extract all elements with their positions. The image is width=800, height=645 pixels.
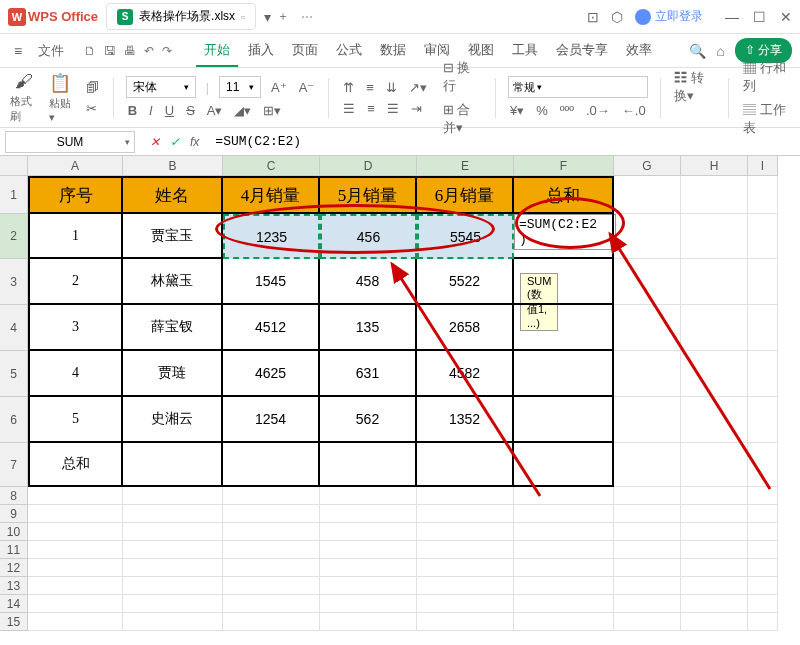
row-header-1[interactable]: 1 [0,176,28,214]
new-icon[interactable]: 🗋 [84,44,96,58]
cell-C8[interactable] [223,487,320,505]
cell-B9[interactable] [123,505,223,523]
cell-E11[interactable] [417,541,514,559]
cell-C10[interactable] [223,523,320,541]
cell-G7[interactable] [614,443,681,487]
cell-G15[interactable] [614,613,681,631]
cell-D4[interactable]: 135 [320,305,417,351]
dec-decimal-icon[interactable]: ←.0 [620,102,648,119]
file-menu[interactable]: 文件 [32,38,70,64]
cell-H6[interactable] [681,397,748,443]
cell-E13[interactable] [417,577,514,595]
cell-A3[interactable]: 2 [28,259,123,305]
col-header-G[interactable]: G [614,156,681,176]
number-format-select[interactable]: 常规 ▾ [508,76,648,98]
cell-B4[interactable]: 薛宝钗 [123,305,223,351]
col-header-I[interactable]: I [748,156,778,176]
row-header-8[interactable]: 8 [0,487,28,505]
border-button[interactable]: ⊞▾ [261,102,283,119]
convert-button[interactable]: ☷ 转换▾ [672,68,716,106]
name-box[interactable]: SUM▾ [5,131,135,153]
cell-A10[interactable] [28,523,123,541]
cell-A11[interactable] [28,541,123,559]
orientation-icon[interactable]: ↗▾ [407,79,429,96]
undo-icon[interactable]: ↶ [144,44,154,58]
cloud-icon[interactable]: ⌂ [716,43,724,59]
cell-H3[interactable] [681,259,748,305]
cell-F8[interactable] [514,487,614,505]
cell-D14[interactable] [320,595,417,613]
cell-G4[interactable] [614,305,681,351]
cell-G11[interactable] [614,541,681,559]
tab-overflow-button[interactable]: ⋯ [295,5,319,29]
cut-icon[interactable]: ✂ [84,100,101,117]
row-header-4[interactable]: 4 [0,305,28,351]
cell-B12[interactable] [123,559,223,577]
cell-H11[interactable] [681,541,748,559]
align-top-icon[interactable]: ⇈ [341,79,356,96]
cell-H8[interactable] [681,487,748,505]
cell-A4[interactable]: 3 [28,305,123,351]
cell-A14[interactable] [28,595,123,613]
ribbon-tab-7[interactable]: 工具 [504,35,546,67]
row-header-3[interactable]: 3 [0,259,28,305]
row-header-11[interactable]: 11 [0,541,28,559]
cell-H12[interactable] [681,559,748,577]
cell-A8[interactable] [28,487,123,505]
cell-C14[interactable] [223,595,320,613]
cell-G12[interactable] [614,559,681,577]
cell-C4[interactable]: 4512 [223,305,320,351]
align-bottom-icon[interactable]: ⇊ [384,79,399,96]
cell-H7[interactable] [681,443,748,487]
col-header-B[interactable]: B [123,156,223,176]
font-family-select[interactable]: 宋体▾ [126,76,196,98]
bold-button[interactable]: B [126,102,139,119]
cell-D2[interactable]: 456 [320,214,417,259]
comma-icon[interactable]: ººº [558,102,576,119]
cell-D12[interactable] [320,559,417,577]
hamburger-icon[interactable]: ≡ [8,39,28,63]
cell-A1[interactable]: 序号 [28,176,123,214]
cell-I6[interactable] [748,397,778,443]
cell-D6[interactable]: 562 [320,397,417,443]
cell-F10[interactable] [514,523,614,541]
format-painter-button[interactable]: 🖌格式刷 [10,71,37,124]
cell-G8[interactable] [614,487,681,505]
cell-F12[interactable] [514,559,614,577]
cell-E10[interactable] [417,523,514,541]
cube-icon[interactable]: ⬡ [611,9,623,25]
col-header-D[interactable]: D [320,156,417,176]
cell-B13[interactable] [123,577,223,595]
print-icon[interactable]: 🖶 [124,44,136,58]
cell-C12[interactable] [223,559,320,577]
cell-I3[interactable] [748,259,778,305]
cell-B10[interactable] [123,523,223,541]
cell-H2[interactable] [681,214,748,259]
row-header-2[interactable]: 2 [0,214,28,259]
col-header-E[interactable]: E [417,156,514,176]
cell-G10[interactable] [614,523,681,541]
cell-C13[interactable] [223,577,320,595]
cell-B8[interactable] [123,487,223,505]
redo-icon[interactable]: ↷ [162,44,172,58]
cell-G13[interactable] [614,577,681,595]
cell-E2[interactable]: 5545 [417,214,514,259]
select-all-corner[interactable] [0,156,28,176]
cell-C11[interactable] [223,541,320,559]
cell-I14[interactable] [748,595,778,613]
row-header-5[interactable]: 5 [0,351,28,397]
cell-F4[interactable] [514,305,614,351]
row-header-13[interactable]: 13 [0,577,28,595]
col-header-A[interactable]: A [28,156,123,176]
fill-color-button[interactable]: ◢▾ [232,102,253,119]
cell-G5[interactable] [614,351,681,397]
col-header-F[interactable]: F [514,156,614,176]
cell-E3[interactable]: 5522 [417,259,514,305]
align-right-icon[interactable]: ☰ [385,100,401,117]
ribbon-tab-9[interactable]: 效率 [618,35,660,67]
align-center-icon[interactable]: ≡ [365,100,377,117]
worksheet-button[interactable]: ▤ 工作表 [741,100,790,138]
cell-H14[interactable] [681,595,748,613]
cell-I4[interactable] [748,305,778,351]
col-header-H[interactable]: H [681,156,748,176]
